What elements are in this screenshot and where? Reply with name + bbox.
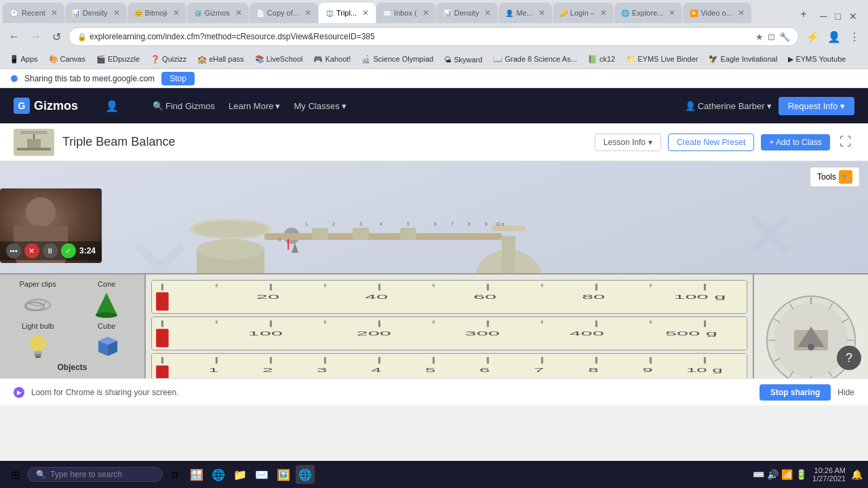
stop-sharing-tab-button[interactable]: Stop	[161, 72, 195, 85]
user-profile-link[interactable]: 👤 Catherine Barber ▾	[685, 101, 772, 111]
address-bar[interactable]: 🔒 explorelearning.com/index.cfm?method=c…	[68, 27, 799, 46]
tab-copy[interactable]: 📄 Copy of... ✕	[250, 3, 318, 23]
tab-close-icon[interactable]: ✕	[362, 8, 369, 18]
bookmark-youtube[interactable]: ▶ EYMS Youtube	[784, 54, 850, 65]
tab-close-icon[interactable]: ✕	[113, 8, 120, 18]
help-button[interactable]: ?	[837, 346, 861, 370]
new-tab-button[interactable]: +	[795, 5, 812, 23]
settings-button[interactable]: ⋮	[846, 29, 863, 45]
bookmark-canvas[interactable]: 🎨 Canvas	[45, 54, 90, 65]
tab-video[interactable]: ▶️ Video o... ✕	[683, 3, 751, 23]
refresh-button[interactable]: ↺	[49, 29, 64, 45]
svg-point-31	[197, 239, 264, 260]
ruler-100g[interactable]: 0 20 40 60 80 100 g	[151, 280, 747, 314]
taskbar-search[interactable]: 🔍 Type here to search	[27, 467, 163, 482]
tab-inbox[interactable]: ✉️ Inbox ( ✕	[376, 3, 436, 23]
object-name-cube: Cube	[98, 322, 115, 330]
webcam-accept-button[interactable]: ✓	[61, 243, 76, 258]
bookmark-science[interactable]: 🔬 Science Olympiad	[357, 54, 437, 65]
tab-favicon: 🕐	[9, 9, 19, 18]
lesson-info-button[interactable]: Lesson Info ▾	[595, 134, 661, 151]
tab-close-icon[interactable]: ✕	[235, 8, 242, 18]
tab-close-icon[interactable]: ✕	[422, 8, 429, 18]
tab-close-icon[interactable]: ✕	[738, 8, 745, 18]
back-button[interactable]: ←	[5, 29, 23, 44]
object-paperclips[interactable]: Paper clips	[5, 280, 71, 318]
bookmark-skyward[interactable]: 🌤 Skyward	[440, 54, 486, 65]
tab-close-icon[interactable]: ✕	[484, 8, 491, 18]
bookmark-eagle[interactable]: 🦅 Eagle Invitational	[705, 54, 781, 65]
tab-bitmoji[interactable]: 😊 Bitmoji ✕	[127, 3, 186, 23]
svg-text:8: 8	[468, 222, 471, 226]
object-cube[interactable]: Cube	[75, 322, 140, 360]
taskbar-icon-explorer[interactable]: 📁	[231, 465, 250, 484]
tab-close-icon[interactable]: ✕	[173, 8, 180, 18]
request-info-button[interactable]: Request Info ▾	[778, 97, 854, 115]
close-button[interactable]: ✕	[846, 9, 860, 23]
profile-button[interactable]: 👤	[825, 29, 844, 45]
lesson-title: Triple Beam Balance	[62, 135, 175, 149]
webcam-more-button[interactable]: •••	[6, 243, 21, 258]
sharing-indicator	[11, 75, 18, 82]
notifications-icon[interactable]: 🔔	[851, 469, 863, 480]
tab-triple-beam[interactable]: ⚖️ Tripl... ✕	[319, 3, 376, 23]
bookmark-grade8[interactable]: 📖 Grade 8 Science As...	[489, 54, 580, 65]
object-cone[interactable]: Cone	[75, 280, 140, 318]
forward-button[interactable]: →	[27, 29, 45, 44]
svg-text:200: 200	[357, 329, 391, 337]
taskbar-icon-mail[interactable]: ✉️	[252, 465, 271, 484]
webcam-end-button[interactable]: ✕	[24, 243, 39, 258]
svg-text:60: 60	[473, 293, 496, 300]
start-button[interactable]: ⊞	[5, 465, 24, 484]
extensions-button[interactable]: ⚡	[803, 29, 822, 45]
bookmark-apps[interactable]: 📱 Apps	[5, 54, 42, 65]
bookmark-ehall[interactable]: 🏫 eHall pass	[193, 54, 248, 65]
hide-button[interactable]: Hide	[837, 388, 854, 397]
bookmark-liveschool[interactable]: 📚 LiveSchool	[251, 54, 307, 65]
bookmark-eyms[interactable]: 📁 EYMS Live Binder	[622, 54, 702, 65]
webcam-pause-button[interactable]: ⏸	[43, 243, 58, 258]
tab-close-icon[interactable]: ✕	[51, 8, 58, 18]
tab-gizmos[interactable]: ⚙️ Gizmos ✕	[187, 3, 249, 23]
tools-button[interactable]: Tools 🔧	[810, 167, 860, 187]
tab-close-icon[interactable]: ✕	[669, 8, 675, 18]
ruler-500g[interactable]: 0 100 200 300 400 500 g	[151, 317, 747, 350]
tab-explore[interactable]: 🌐 Explore... ✕	[614, 3, 682, 23]
tab-favicon-login: 🔑	[559, 9, 568, 17]
ext-icon[interactable]: 🔧	[779, 32, 790, 42]
tab-density[interactable]: 📊 Density ✕	[65, 3, 127, 23]
add-to-class-button[interactable]: + Add to Class	[761, 134, 830, 150]
find-gizmos-link[interactable]: 🔍 Find Gizmos	[153, 101, 215, 111]
svg-text:5: 5	[407, 222, 410, 226]
tab-recent[interactable]: 🕐 Recent ✕	[3, 3, 64, 23]
bookmark-quizizz[interactable]: ❓ Quizizz	[146, 54, 191, 65]
taskbar-icon-windows[interactable]: 🪟	[187, 465, 206, 484]
site-logo[interactable]: G Gizmos	[14, 98, 78, 114]
task-view-button[interactable]: ⧉	[165, 465, 184, 484]
maximize-button[interactable]: □	[833, 9, 844, 23]
tab-density2[interactable]: 📊 Density ✕	[437, 3, 498, 23]
loom-sharing-text: Loom for Chrome is sharing your screen.	[31, 388, 753, 397]
tab-close-icon[interactable]: ✕	[538, 8, 545, 18]
learn-more-link[interactable]: Learn More ▾	[229, 101, 280, 111]
my-classes-link[interactable]: My Classes ▾	[294, 101, 346, 111]
taskbar-icon-photo[interactable]: 🖼️	[274, 465, 293, 484]
tab-close-icon[interactable]: ✕	[304, 8, 311, 18]
stop-sharing-button[interactable]: Stop sharing	[760, 384, 831, 401]
bookmark-edpuzzle[interactable]: 🎬 EDpuzzle	[92, 54, 144, 65]
minimize-button[interactable]: ─	[818, 9, 830, 23]
bookmark-kahoot[interactable]: 🎮 Kahoot!	[309, 54, 355, 65]
tab-login[interactable]: 🔑 Login – ✕	[553, 3, 614, 23]
cast-icon[interactable]: ⊡	[768, 32, 775, 42]
tab-close-icon[interactable]: ✕	[600, 8, 607, 18]
star-icon[interactable]: ★	[755, 32, 764, 42]
fullscreen-button[interactable]: ⛶	[837, 132, 854, 152]
svg-point-9	[193, 221, 268, 237]
taskbar-icon-edge[interactable]: 🌐	[209, 465, 228, 484]
bookmark-ck12[interactable]: 📗 ck12	[584, 54, 619, 65]
create-new-preset-button[interactable]: Create New Preset	[668, 134, 754, 151]
taskbar-icon-chrome[interactable]: 🌐	[296, 465, 315, 484]
object-lightbulb[interactable]: Light bulb	[5, 322, 71, 360]
svg-rect-41	[35, 354, 41, 356]
tab-me[interactable]: 👤 Me... ✕	[498, 3, 551, 23]
